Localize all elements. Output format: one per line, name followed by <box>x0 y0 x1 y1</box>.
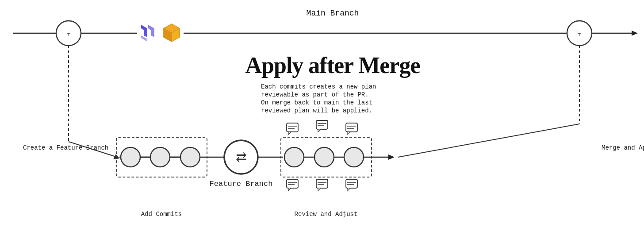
svg-marker-5 <box>141 25 147 37</box>
svg-marker-36 <box>388 154 395 160</box>
description-line4: reviewed plan will be applied. <box>261 107 372 114</box>
merge-apply-label: Merge and Apply <box>602 144 644 151</box>
svg-point-21 <box>121 147 140 167</box>
svg-rect-38 <box>287 123 298 132</box>
description-line1: Each commits creates a new plan <box>261 83 376 90</box>
svg-marker-6 <box>148 25 154 37</box>
description-line3: On merge back to main the last <box>261 99 372 106</box>
svg-marker-53 <box>288 188 291 191</box>
svg-rect-50 <box>287 179 298 188</box>
svg-text:⑂: ⑂ <box>577 28 582 38</box>
svg-rect-58 <box>346 179 357 188</box>
svg-point-25 <box>180 147 200 167</box>
feature-branch-label: Feature Branch <box>210 180 273 188</box>
svg-point-32 <box>314 147 334 167</box>
add-commits-label: Add Commits <box>141 211 182 218</box>
svg-text:⇄: ⇄ <box>236 150 246 164</box>
create-feature-branch-label: Create a Feature Branch <box>23 144 108 151</box>
svg-marker-49 <box>348 132 350 135</box>
svg-point-34 <box>344 147 364 167</box>
svg-marker-45 <box>318 129 321 132</box>
svg-text:⑂: ⑂ <box>66 28 71 38</box>
svg-point-23 <box>150 147 170 167</box>
svg-marker-16 <box>632 31 638 36</box>
main-title: Apply after Merge <box>245 53 420 78</box>
svg-rect-54 <box>316 179 328 188</box>
svg-marker-41 <box>288 132 291 135</box>
svg-point-30 <box>284 147 304 167</box>
svg-line-63 <box>398 124 579 157</box>
main-branch-label: Main Branch <box>307 9 359 18</box>
svg-rect-46 <box>346 123 357 132</box>
description-line2: reviewable as part of the PR. <box>261 91 369 98</box>
review-adjust-label: Review and Adjust <box>295 211 358 218</box>
main-canvas: ⑂ ⑂ Main Branch <box>0 0 644 243</box>
svg-rect-42 <box>316 120 328 129</box>
svg-marker-61 <box>348 188 350 191</box>
svg-marker-57 <box>318 188 321 191</box>
